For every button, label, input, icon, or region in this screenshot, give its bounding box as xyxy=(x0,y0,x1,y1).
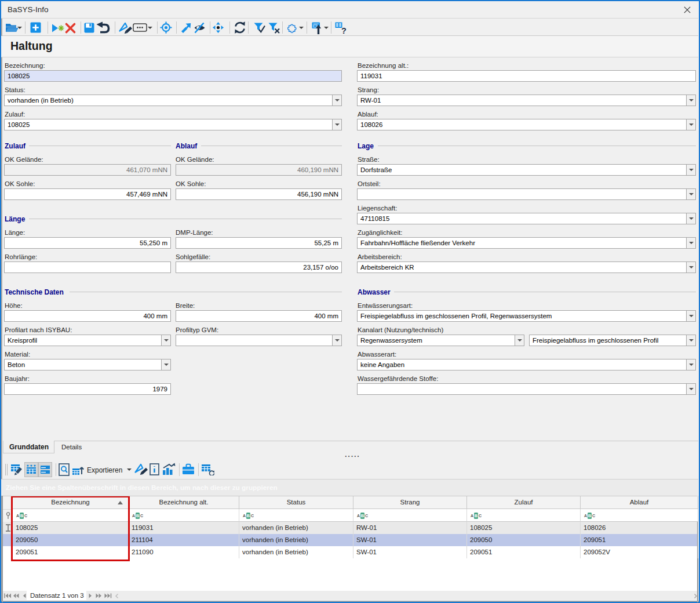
svg-text:?: ? xyxy=(341,26,347,35)
